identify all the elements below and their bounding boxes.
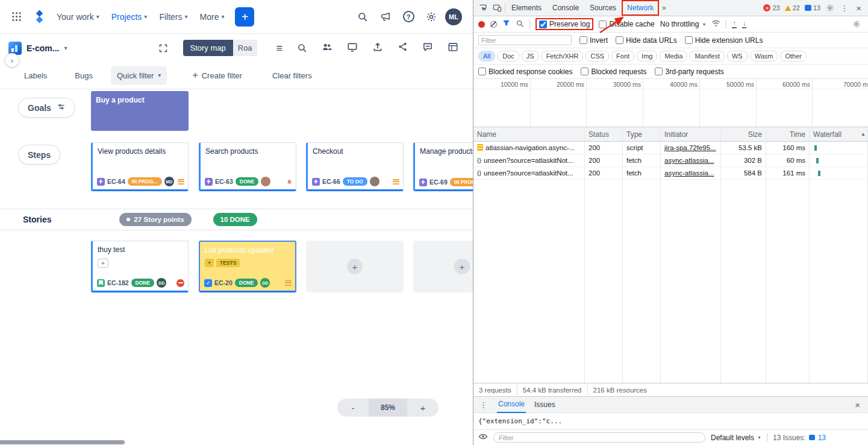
pill-font[interactable]: Font — [611, 51, 634, 62]
filter-bugs[interactable]: Bugs — [75, 71, 93, 80]
zoom-in-button[interactable]: + — [407, 399, 439, 417]
add-label-button[interactable]: + — [98, 259, 108, 268]
quick-filter-button[interactable]: Quick filter ▾ — [111, 66, 167, 85]
project-name[interactable]: E-com... — [27, 43, 59, 53]
story-card-selected[interactable]: List products updated + TESTS ✓ EC-20 DO… — [199, 241, 296, 292]
throttling-dropdown[interactable]: No throttling ▼ — [660, 20, 707, 28]
calendar-board-icon[interactable] — [448, 42, 458, 55]
preserve-log-checkbox[interactable]: Preserve log — [535, 18, 593, 30]
tab-story-map[interactable]: Story map — [183, 40, 233, 56]
pill-fetch-xhr[interactable]: Fetch/XHR — [542, 51, 584, 62]
blocked-requests-checkbox[interactable]: Blocked requests — [581, 68, 646, 76]
checkbox[interactable] — [581, 68, 589, 75]
console-log-entry[interactable]: {"extension_id":"c... — [473, 413, 868, 429]
tab-sources[interactable]: Sources — [585, 1, 621, 15]
step-card[interactable]: Checkout EC-66 TO DO — [306, 142, 404, 191]
close-drawer-icon[interactable]: × — [851, 400, 864, 410]
message-count-badge[interactable]: 13 — [803, 4, 822, 11]
pill-ws[interactable]: WS — [727, 51, 748, 62]
zoom-out-button[interactable]: - — [337, 399, 369, 417]
hide-extension-urls-checkbox[interactable]: Hide extension URLs — [685, 36, 763, 45]
add-card-button[interactable]: + — [347, 259, 363, 274]
col-name[interactable]: Name — [473, 127, 585, 141]
log-levels-dropdown[interactable]: Default levels ▼ — [711, 434, 761, 442]
network-settings-icon[interactable] — [850, 17, 863, 31]
col-type[interactable]: Type — [623, 127, 661, 141]
more-tabs-icon[interactable]: » — [660, 4, 669, 12]
steps-lane-button[interactable]: Steps — [18, 145, 60, 165]
expand-sidebar-button[interactable]: › — [5, 53, 19, 68]
search-icon[interactable] — [516, 19, 524, 30]
initiator-link[interactable]: jira-spa.72fe95... — [664, 144, 716, 151]
goal-card[interactable]: Buy a product — [91, 91, 189, 131]
search-icon[interactable] — [354, 8, 372, 26]
share-icon[interactable] — [398, 42, 408, 54]
eye-icon[interactable] — [478, 432, 488, 443]
nav-projects[interactable]: Projects▾ — [108, 8, 151, 25]
chevron-down-icon[interactable]: ▾ — [64, 45, 67, 51]
clear-filters-button[interactable]: Clear filters — [272, 71, 312, 80]
initiator-link[interactable]: async-atlassia... — [664, 169, 714, 177]
col-waterfall[interactable]: Waterfall ▲ — [810, 127, 868, 141]
create-button[interactable]: + — [235, 7, 254, 27]
hide-data-urls-checkbox[interactable]: Hide data URLs — [616, 36, 677, 45]
checkbox[interactable] — [539, 21, 547, 28]
devtools-menu-icon[interactable]: ⋮ — [838, 4, 851, 13]
warning-count-badge[interactable]: 22 — [783, 4, 802, 11]
goals-lane-button[interactable]: Goals — [18, 98, 75, 118]
step-card[interactable]: View products details EC-64 IN PROG... M… — [91, 142, 189, 191]
team-icon[interactable] — [322, 42, 333, 55]
inspect-element-icon[interactable] — [476, 1, 489, 14]
console-filter-input[interactable] — [493, 432, 705, 443]
add-label-button[interactable]: + — [205, 259, 214, 267]
user-avatar[interactable]: ML — [445, 8, 462, 25]
checkbox[interactable] — [685, 36, 693, 44]
label-chip[interactable]: TESTS — [216, 259, 240, 267]
step-card[interactable]: Search products EC-63 DONE « — [199, 142, 296, 191]
network-overview-timeline[interactable]: 10000 ms 20000 ms 30000 ms 40000 ms 5000… — [473, 79, 868, 127]
fullscreen-icon[interactable] — [154, 39, 172, 57]
pill-media[interactable]: Media — [660, 51, 687, 62]
jira-logo[interactable] — [30, 8, 48, 26]
invert-checkbox[interactable]: Invert — [579, 36, 608, 45]
pill-manifest[interactable]: Manifest — [690, 51, 725, 62]
export-icon[interactable] — [372, 42, 383, 55]
network-filter-input[interactable] — [478, 35, 572, 45]
network-conditions-icon[interactable] — [711, 19, 720, 30]
disable-cache-checkbox[interactable]: Disable cache — [599, 20, 654, 28]
pill-js[interactable]: JS — [522, 51, 539, 62]
tab-elements[interactable]: Elements — [507, 1, 546, 15]
nav-filters[interactable]: Filters▾ — [155, 8, 191, 25]
checkbox[interactable] — [599, 21, 607, 28]
step-card[interactable]: Manage products EC-69 IN PROG... — [413, 142, 473, 191]
settings-gear-icon[interactable] — [422, 8, 440, 26]
checkbox[interactable] — [616, 36, 623, 44]
comments-icon[interactable] — [422, 42, 433, 55]
device-toolbar-icon[interactable] — [490, 1, 504, 14]
pill-all[interactable]: All — [478, 51, 495, 62]
request-row[interactable]: {}unseen?source=atlaskitNot... 200 fetch… — [473, 154, 868, 167]
pill-wasm[interactable]: Wasm — [750, 51, 778, 62]
request-row[interactable]: {}unseen?source=atlaskitNot... 200 fetch… — [473, 167, 868, 180]
nav-your-work[interactable]: Your work▾ — [53, 8, 103, 25]
devtools-settings-icon[interactable] — [823, 1, 837, 14]
third-party-checkbox[interactable]: 3rd-party requests — [655, 68, 723, 76]
record-icon[interactable] — [478, 21, 485, 28]
request-row[interactable]: atlassian-navigation.async-... 200 scrip… — [473, 142, 868, 154]
monitor-icon[interactable] — [347, 42, 358, 55]
initiator-link[interactable]: async-atlassia... — [664, 157, 714, 164]
col-time[interactable]: Time — [766, 127, 810, 141]
search-icon[interactable] — [297, 43, 307, 53]
nav-more[interactable]: More▾ — [196, 8, 228, 25]
add-card-button[interactable]: + — [454, 259, 470, 274]
blocked-cookies-checkbox[interactable]: Blocked response cookies — [478, 68, 572, 76]
issues-counter[interactable]: 13 Issues: 13 — [773, 434, 826, 442]
col-initiator[interactable]: Initiator — [661, 127, 721, 141]
help-icon[interactable]: ? — [399, 8, 417, 26]
import-har-icon[interactable]: ↑ — [732, 20, 737, 28]
drawer-tab-issues[interactable]: Issues — [533, 397, 557, 413]
col-status[interactable]: Status — [585, 127, 623, 141]
export-har-icon[interactable]: ↓ — [742, 20, 747, 28]
pill-img[interactable]: Img — [637, 51, 657, 62]
pill-css[interactable]: CSS — [585, 51, 609, 62]
